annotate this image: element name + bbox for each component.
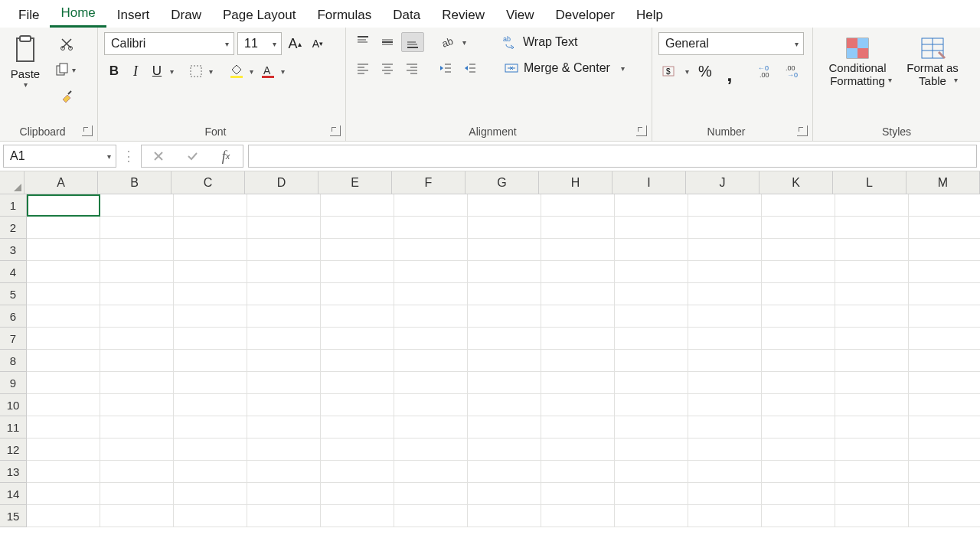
column-header[interactable]: F [392,171,466,194]
cell[interactable] [835,261,909,283]
column-header[interactable]: G [466,171,539,194]
cell[interactable] [100,483,174,505]
column-header[interactable]: M [906,171,980,194]
cell[interactable] [909,328,980,350]
cell[interactable] [321,483,394,505]
insert-function-button[interactable]: fx [209,145,243,168]
cell[interactable] [835,194,909,217]
cell[interactable] [468,372,541,394]
cell[interactable] [762,261,835,283]
cell[interactable] [688,194,762,217]
cell[interactable] [394,328,468,350]
cell[interactable] [909,194,980,217]
row-header[interactable]: 2 [0,217,27,239]
cell[interactable] [468,239,541,261]
chevron-down-icon[interactable]: ▾ [619,64,626,73]
row-header[interactable]: 6 [0,305,27,328]
cell[interactable] [321,439,394,461]
font-size-combo[interactable]: 11 ▾ [237,32,282,55]
align-top-button[interactable] [352,32,374,52]
cell[interactable] [321,217,394,239]
cell[interactable] [835,461,909,483]
cell[interactable] [27,305,100,328]
cell[interactable] [174,194,247,217]
cell[interactable] [321,394,394,416]
cell[interactable] [247,305,321,328]
cell[interactable] [174,461,247,483]
cell[interactable] [615,328,688,350]
cell[interactable] [541,283,615,305]
cell[interactable] [688,261,762,283]
cell[interactable] [174,505,247,527]
cell[interactable] [468,439,541,461]
cell[interactable] [321,261,394,283]
cell[interactable] [909,416,980,439]
column-header[interactable]: K [760,171,833,194]
cell[interactable] [688,505,762,527]
cell[interactable] [174,416,247,439]
cell[interactable] [468,261,541,283]
cell[interactable] [100,350,174,372]
cell[interactable] [615,483,688,505]
column-header[interactable]: B [98,171,172,194]
cell[interactable] [762,372,835,394]
row-header[interactable]: 11 [0,416,27,439]
cell[interactable] [468,217,541,239]
bold-button[interactable]: B [104,61,124,81]
tab-data[interactable]: Data [382,3,431,28]
align-center-button[interactable] [377,58,398,78]
cell[interactable] [174,328,247,350]
cell[interactable] [835,350,909,372]
cell[interactable] [468,483,541,505]
ellipsis-icon[interactable]: ⋮ [121,145,136,168]
cell[interactable] [321,328,394,350]
cell[interactable] [762,483,835,505]
format-painter-button[interactable] [57,86,77,106]
dialog-launcher-icon[interactable] [330,126,341,136]
cell[interactable] [762,394,835,416]
cell[interactable] [247,461,321,483]
underline-button[interactable]: U [147,61,167,81]
cell[interactable] [100,217,174,239]
dialog-launcher-icon[interactable] [82,126,93,136]
cell[interactable] [615,350,688,372]
cell[interactable] [468,394,541,416]
cell[interactable] [174,350,247,372]
cell[interactable] [27,394,100,416]
cell[interactable] [762,461,835,483]
cell[interactable] [27,483,100,505]
cell[interactable] [688,483,762,505]
cell[interactable] [27,350,100,372]
dialog-launcher-icon[interactable] [636,126,647,136]
cell[interactable] [247,439,321,461]
decrease-font-button[interactable]: A▾ [308,34,328,54]
align-middle-button[interactable] [377,32,398,52]
cell[interactable] [835,394,909,416]
cell[interactable] [835,505,909,527]
cell[interactable] [909,305,980,328]
cell[interactable] [762,416,835,439]
cell[interactable] [394,217,468,239]
column-header[interactable]: E [318,171,392,194]
cell[interactable] [688,416,762,439]
cell[interactable] [100,283,174,305]
cell[interactable] [247,217,321,239]
cell[interactable] [615,217,688,239]
cell[interactable] [394,305,468,328]
name-box[interactable]: A1 ▾ [3,145,116,168]
cell[interactable] [909,239,980,261]
cell[interactable] [909,350,980,372]
tab-help[interactable]: Help [626,3,674,28]
column-header[interactable]: A [24,171,98,194]
cell[interactable] [909,217,980,239]
italic-button[interactable]: I [126,61,145,81]
cell[interactable] [688,239,762,261]
wrap-text-button[interactable]: ab Wrap Text [497,32,583,52]
row-header[interactable]: 5 [0,283,27,305]
cell[interactable] [615,261,688,283]
row-header[interactable]: 7 [0,328,27,350]
row-header[interactable]: 13 [0,461,27,483]
cell[interactable] [909,283,980,305]
cell[interactable] [321,416,394,439]
cell[interactable] [100,239,174,261]
